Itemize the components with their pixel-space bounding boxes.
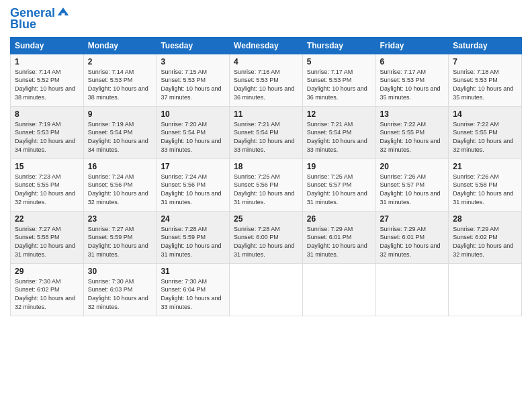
day-number: 31 bbox=[161, 267, 225, 276]
day-info: Sunrise: 7:24 AMSunset: 5:56 PMDaylight:… bbox=[88, 173, 152, 206]
day-number: 26 bbox=[307, 214, 371, 224]
day-info: Sunrise: 7:25 AMSunset: 5:57 PMDaylight:… bbox=[307, 173, 371, 206]
weekday-header: Saturday bbox=[449, 37, 522, 54]
calendar-cell: 11 Sunrise: 7:21 AMSunset: 5:54 PMDaylig… bbox=[230, 106, 303, 158]
day-number: 15 bbox=[15, 162, 79, 171]
calendar-cell: 14 Sunrise: 7:22 AMSunset: 5:55 PMDaylig… bbox=[449, 106, 522, 158]
day-info: Sunrise: 7:26 AMSunset: 5:57 PMDaylight:… bbox=[380, 173, 445, 206]
calendar-cell: 30 Sunrise: 7:30 AMSunset: 6:03 PMDaylig… bbox=[83, 263, 157, 316]
day-number: 12 bbox=[307, 109, 371, 119]
calendar-cell bbox=[302, 263, 375, 316]
day-number: 6 bbox=[380, 57, 445, 66]
day-number: 17 bbox=[161, 162, 225, 171]
calendar-cell: 17 Sunrise: 7:24 AMSunset: 5:56 PMDaylig… bbox=[157, 158, 230, 211]
calendar-cell bbox=[230, 263, 303, 316]
calendar-cell: 26 Sunrise: 7:29 AMSunset: 6:01 PMDaylig… bbox=[302, 211, 375, 263]
calendar-week-row: 22 Sunrise: 7:27 AMSunset: 5:58 PMDaylig… bbox=[11, 211, 522, 263]
day-number: 23 bbox=[88, 214, 152, 224]
day-info: Sunrise: 7:29 AMSunset: 6:02 PMDaylight:… bbox=[453, 225, 517, 259]
day-info: Sunrise: 7:18 AMSunset: 5:53 PMDaylight:… bbox=[453, 68, 517, 101]
svg-rect-1 bbox=[62, 13, 65, 15]
calendar-cell: 27 Sunrise: 7:29 AMSunset: 6:01 PMDaylig… bbox=[375, 211, 449, 263]
logo-icon bbox=[56, 5, 70, 19]
day-info: Sunrise: 7:19 AMSunset: 5:54 PMDaylight:… bbox=[88, 120, 152, 154]
day-number: 28 bbox=[453, 214, 517, 224]
day-number: 19 bbox=[307, 162, 371, 171]
day-number: 3 bbox=[161, 57, 225, 66]
calendar-cell: 23 Sunrise: 7:27 AMSunset: 5:59 PMDaylig… bbox=[83, 211, 157, 263]
day-number: 4 bbox=[234, 57, 298, 66]
calendar-cell: 18 Sunrise: 7:25 AMSunset: 5:56 PMDaylig… bbox=[230, 158, 303, 211]
calendar-cell: 16 Sunrise: 7:24 AMSunset: 5:56 PMDaylig… bbox=[83, 158, 157, 211]
calendar-cell: 31 Sunrise: 7:30 AMSunset: 6:04 PMDaylig… bbox=[157, 263, 230, 316]
day-number: 16 bbox=[88, 162, 152, 171]
calendar-cell: 10 Sunrise: 7:20 AMSunset: 5:54 PMDaylig… bbox=[157, 106, 230, 158]
calendar-cell: 3 Sunrise: 7:15 AMSunset: 5:53 PMDayligh… bbox=[157, 54, 230, 106]
day-number: 10 bbox=[161, 109, 225, 119]
day-number: 25 bbox=[234, 214, 298, 224]
calendar-cell: 29 Sunrise: 7:30 AMSunset: 6:02 PMDaylig… bbox=[11, 263, 84, 316]
calendar-cell bbox=[375, 263, 449, 316]
day-info: Sunrise: 7:15 AMSunset: 5:53 PMDaylight:… bbox=[161, 68, 225, 101]
day-info: Sunrise: 7:29 AMSunset: 6:01 PMDaylight:… bbox=[307, 225, 371, 259]
day-info: Sunrise: 7:23 AMSunset: 5:55 PMDaylight:… bbox=[15, 173, 79, 206]
day-number: 20 bbox=[380, 162, 445, 171]
calendar-cell: 7 Sunrise: 7:18 AMSunset: 5:53 PMDayligh… bbox=[449, 54, 522, 106]
calendar-table: SundayMondayTuesdayWednesdayThursdayFrid… bbox=[10, 37, 522, 316]
calendar-cell: 4 Sunrise: 7:16 AMSunset: 5:53 PMDayligh… bbox=[230, 54, 303, 106]
day-number: 7 bbox=[453, 57, 517, 66]
calendar-cell: 6 Sunrise: 7:17 AMSunset: 5:53 PMDayligh… bbox=[375, 54, 449, 106]
day-info: Sunrise: 7:26 AMSunset: 5:58 PMDaylight:… bbox=[453, 173, 517, 206]
calendar-cell: 13 Sunrise: 7:22 AMSunset: 5:55 PMDaylig… bbox=[375, 106, 449, 158]
day-number: 22 bbox=[15, 214, 79, 224]
calendar-cell: 25 Sunrise: 7:28 AMSunset: 6:00 PMDaylig… bbox=[230, 211, 303, 263]
day-info: Sunrise: 7:19 AMSunset: 5:53 PMDaylight:… bbox=[15, 120, 79, 154]
calendar-cell: 19 Sunrise: 7:25 AMSunset: 5:57 PMDaylig… bbox=[302, 158, 375, 211]
calendar-cell: 15 Sunrise: 7:23 AMSunset: 5:55 PMDaylig… bbox=[11, 158, 84, 211]
day-info: Sunrise: 7:16 AMSunset: 5:53 PMDaylight:… bbox=[234, 68, 298, 101]
calendar-cell: 12 Sunrise: 7:21 AMSunset: 5:54 PMDaylig… bbox=[302, 106, 375, 158]
day-info: Sunrise: 7:25 AMSunset: 5:56 PMDaylight:… bbox=[234, 173, 298, 206]
day-info: Sunrise: 7:24 AMSunset: 5:56 PMDaylight:… bbox=[161, 173, 225, 206]
calendar-cell: 24 Sunrise: 7:28 AMSunset: 5:59 PMDaylig… bbox=[157, 211, 230, 263]
calendar-cell: 20 Sunrise: 7:26 AMSunset: 5:57 PMDaylig… bbox=[375, 158, 449, 211]
day-number: 29 bbox=[15, 267, 79, 276]
day-info: Sunrise: 7:22 AMSunset: 5:55 PMDaylight:… bbox=[380, 120, 445, 154]
day-info: Sunrise: 7:21 AMSunset: 5:54 PMDaylight:… bbox=[307, 120, 371, 154]
day-number: 14 bbox=[453, 109, 517, 119]
page-container: General Blue SundayMondayTuesdayWednesda… bbox=[0, 0, 532, 411]
day-info: Sunrise: 7:29 AMSunset: 6:01 PMDaylight:… bbox=[380, 225, 445, 259]
day-number: 11 bbox=[234, 109, 298, 119]
day-number: 24 bbox=[161, 214, 225, 224]
weekday-header: Wednesday bbox=[230, 37, 303, 54]
calendar-cell: 5 Sunrise: 7:17 AMSunset: 5:53 PMDayligh… bbox=[302, 54, 375, 106]
day-info: Sunrise: 7:30 AMSunset: 6:02 PMDaylight:… bbox=[15, 277, 79, 311]
day-info: Sunrise: 7:30 AMSunset: 6:03 PMDaylight:… bbox=[88, 277, 152, 311]
calendar-cell bbox=[449, 263, 522, 316]
day-number: 1 bbox=[15, 57, 79, 66]
day-number: 30 bbox=[88, 267, 152, 276]
calendar-week-row: 29 Sunrise: 7:30 AMSunset: 6:02 PMDaylig… bbox=[11, 263, 522, 316]
day-info: Sunrise: 7:21 AMSunset: 5:54 PMDaylight:… bbox=[234, 120, 298, 154]
day-info: Sunrise: 7:28 AMSunset: 5:59 PMDaylight:… bbox=[161, 225, 225, 259]
day-info: Sunrise: 7:28 AMSunset: 6:00 PMDaylight:… bbox=[234, 225, 298, 259]
logo: General Blue bbox=[10, 7, 70, 32]
calendar-week-row: 8 Sunrise: 7:19 AMSunset: 5:53 PMDayligh… bbox=[11, 106, 522, 158]
day-number: 5 bbox=[307, 57, 371, 66]
day-info: Sunrise: 7:14 AMSunset: 5:52 PMDaylight:… bbox=[15, 68, 79, 101]
calendar-cell: 1 Sunrise: 7:14 AMSunset: 5:52 PMDayligh… bbox=[11, 54, 84, 106]
calendar-cell: 22 Sunrise: 7:27 AMSunset: 5:58 PMDaylig… bbox=[11, 211, 84, 263]
day-info: Sunrise: 7:22 AMSunset: 5:55 PMDaylight:… bbox=[453, 120, 517, 154]
day-number: 2 bbox=[88, 57, 152, 66]
calendar-header-row: SundayMondayTuesdayWednesdayThursdayFrid… bbox=[11, 37, 522, 54]
calendar-cell: 9 Sunrise: 7:19 AMSunset: 5:54 PMDayligh… bbox=[83, 106, 157, 158]
day-number: 27 bbox=[380, 214, 445, 224]
day-info: Sunrise: 7:20 AMSunset: 5:54 PMDaylight:… bbox=[161, 120, 225, 154]
weekday-header: Monday bbox=[83, 37, 157, 54]
weekday-header: Thursday bbox=[302, 37, 375, 54]
day-number: 8 bbox=[15, 109, 79, 119]
page-header: General Blue bbox=[10, 7, 522, 32]
day-number: 18 bbox=[234, 162, 298, 171]
day-info: Sunrise: 7:17 AMSunset: 5:53 PMDaylight:… bbox=[380, 68, 445, 101]
calendar-week-row: 15 Sunrise: 7:23 AMSunset: 5:55 PMDaylig… bbox=[11, 158, 522, 211]
